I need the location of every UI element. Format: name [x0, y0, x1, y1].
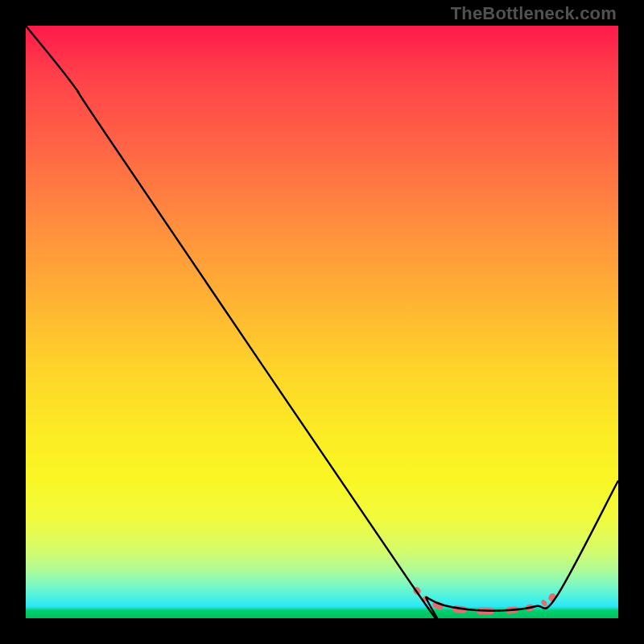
bottleneck-curve	[26, 26, 618, 618]
chart-svg	[26, 26, 618, 618]
plot-area	[26, 26, 618, 618]
chart-frame: TheBottleneck.com	[0, 0, 644, 644]
watermark-text: TheBottleneck.com	[451, 3, 617, 24]
